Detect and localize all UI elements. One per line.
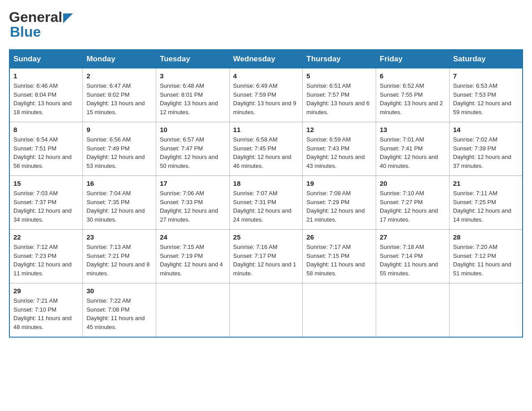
day-number: 30 — [86, 287, 152, 295]
svg-marker-0 — [63, 13, 73, 23]
day-info: Sunrise: 7:07 AMSunset: 7:31 PMDaylight:… — [233, 189, 299, 224]
calendar-week-row: 29Sunrise: 7:21 AMSunset: 7:10 PMDayligh… — [9, 283, 523, 338]
calendar-header-monday: Monday — [83, 50, 156, 68]
day-info: Sunrise: 6:52 AMSunset: 7:55 PMDaylight:… — [380, 81, 446, 116]
calendar-cell: 28Sunrise: 7:20 AMSunset: 7:12 PMDayligh… — [449, 230, 523, 283]
logo-arrow-icon — [63, 13, 73, 23]
calendar-cell: 19Sunrise: 7:08 AMSunset: 7:29 PMDayligh… — [303, 176, 376, 230]
day-info: Sunrise: 6:46 AMSunset: 8:04 PMDaylight:… — [13, 81, 79, 116]
day-info: Sunrise: 7:22 AMSunset: 7:08 PMDaylight:… — [86, 296, 152, 331]
day-info: Sunrise: 6:56 AMSunset: 7:49 PMDaylight:… — [86, 135, 152, 170]
calendar-cell: 23Sunrise: 7:13 AMSunset: 7:21 PMDayligh… — [83, 230, 156, 283]
day-info: Sunrise: 7:11 AMSunset: 7:25 PMDaylight:… — [453, 189, 519, 224]
day-number: 28 — [453, 233, 519, 241]
calendar-header-thursday: Thursday — [303, 50, 376, 68]
day-number: 20 — [380, 180, 446, 187]
day-info: Sunrise: 7:12 AMSunset: 7:23 PMDaylight:… — [13, 243, 79, 278]
calendar-cell: 6Sunrise: 6:52 AMSunset: 7:55 PMDaylight… — [376, 68, 450, 122]
calendar-cell: 8Sunrise: 6:54 AMSunset: 7:51 PMDaylight… — [9, 122, 83, 176]
day-number: 15 — [13, 180, 79, 187]
calendar-header-tuesday: Tuesday — [156, 50, 229, 68]
day-number: 17 — [160, 180, 226, 187]
day-info: Sunrise: 7:20 AMSunset: 7:12 PMDaylight:… — [453, 243, 519, 278]
day-info: Sunrise: 7:17 AMSunset: 7:15 PMDaylight:… — [306, 243, 372, 278]
calendar-cell: 2Sunrise: 6:47 AMSunset: 8:02 PMDaylight… — [83, 68, 156, 122]
day-number: 6 — [380, 72, 446, 80]
calendar-week-row: 1Sunrise: 6:46 AMSunset: 8:04 PMDaylight… — [9, 68, 523, 122]
day-info: Sunrise: 7:10 AMSunset: 7:27 PMDaylight:… — [380, 189, 446, 224]
calendar-cell: 17Sunrise: 7:06 AMSunset: 7:33 PMDayligh… — [156, 176, 229, 230]
day-info: Sunrise: 6:59 AMSunset: 7:43 PMDaylight:… — [306, 135, 372, 170]
calendar-cell: 4Sunrise: 6:49 AMSunset: 7:59 PMDaylight… — [229, 68, 303, 122]
day-number: 27 — [380, 233, 446, 241]
calendar-cell — [303, 283, 376, 338]
day-number: 10 — [160, 126, 226, 133]
calendar-cell: 26Sunrise: 7:17 AMSunset: 7:15 PMDayligh… — [303, 230, 376, 283]
day-number: 3 — [160, 72, 226, 80]
day-number: 13 — [380, 126, 446, 133]
day-info: Sunrise: 7:02 AMSunset: 7:39 PMDaylight:… — [453, 135, 519, 170]
calendar-header-sunday: Sunday — [9, 50, 83, 68]
calendar-cell: 5Sunrise: 6:51 AMSunset: 7:57 PMDaylight… — [303, 68, 376, 122]
calendar-header-saturday: Saturday — [449, 50, 523, 68]
calendar-cell: 7Sunrise: 6:53 AMSunset: 7:53 PMDaylight… — [449, 68, 523, 122]
day-info: Sunrise: 7:16 AMSunset: 7:17 PMDaylight:… — [233, 243, 299, 278]
day-number: 2 — [86, 72, 152, 80]
calendar-cell: 16Sunrise: 7:04 AMSunset: 7:35 PMDayligh… — [83, 176, 156, 230]
day-info: Sunrise: 6:47 AMSunset: 8:02 PMDaylight:… — [86, 81, 152, 116]
day-info: Sunrise: 7:08 AMSunset: 7:29 PMDaylight:… — [306, 189, 372, 224]
calendar-week-row: 8Sunrise: 6:54 AMSunset: 7:51 PMDaylight… — [9, 122, 523, 176]
day-info: Sunrise: 7:18 AMSunset: 7:14 PMDaylight:… — [380, 243, 446, 278]
day-info: Sunrise: 6:51 AMSunset: 7:57 PMDaylight:… — [306, 81, 372, 116]
calendar-cell: 29Sunrise: 7:21 AMSunset: 7:10 PMDayligh… — [9, 283, 83, 338]
calendar-header-friday: Friday — [376, 50, 450, 68]
day-number: 5 — [306, 72, 372, 80]
calendar-cell: 12Sunrise: 6:59 AMSunset: 7:43 PMDayligh… — [303, 122, 376, 176]
calendar-header-row: SundayMondayTuesdayWednesdayThursdayFrid… — [9, 50, 523, 68]
calendar-header-wednesday: Wednesday — [229, 50, 303, 68]
calendar-cell: 20Sunrise: 7:10 AMSunset: 7:27 PMDayligh… — [376, 176, 450, 230]
calendar-cell: 10Sunrise: 6:57 AMSunset: 7:47 PMDayligh… — [156, 122, 229, 176]
day-number: 14 — [453, 126, 519, 133]
day-info: Sunrise: 6:49 AMSunset: 7:59 PMDaylight:… — [233, 81, 299, 116]
day-info: Sunrise: 6:57 AMSunset: 7:47 PMDaylight:… — [160, 135, 226, 170]
day-info: Sunrise: 6:58 AMSunset: 7:45 PMDaylight:… — [233, 135, 299, 170]
calendar-week-row: 22Sunrise: 7:12 AMSunset: 7:23 PMDayligh… — [9, 230, 523, 283]
calendar-cell: 9Sunrise: 6:56 AMSunset: 7:49 PMDaylight… — [83, 122, 156, 176]
day-number: 4 — [233, 72, 299, 80]
day-number: 8 — [13, 126, 79, 133]
day-number: 26 — [306, 233, 372, 241]
day-number: 23 — [86, 233, 152, 241]
day-number: 9 — [86, 126, 152, 133]
day-number: 21 — [453, 180, 519, 187]
day-info: Sunrise: 7:13 AMSunset: 7:21 PMDaylight:… — [86, 243, 152, 278]
day-number: 19 — [306, 180, 372, 187]
day-info: Sunrise: 6:53 AMSunset: 7:53 PMDaylight:… — [453, 81, 519, 116]
calendar-cell: 25Sunrise: 7:16 AMSunset: 7:17 PMDayligh… — [229, 230, 303, 283]
day-number: 18 — [233, 180, 299, 187]
page-header: General Blue — [9, 9, 523, 40]
day-number: 11 — [233, 126, 299, 133]
day-number: 1 — [13, 72, 79, 80]
calendar-cell — [449, 283, 523, 338]
day-info: Sunrise: 7:01 AMSunset: 7:41 PMDaylight:… — [380, 135, 446, 170]
calendar-table: SundayMondayTuesdayWednesdayThursdayFrid… — [9, 49, 523, 338]
day-number: 16 — [86, 180, 152, 187]
calendar-week-row: 15Sunrise: 7:03 AMSunset: 7:37 PMDayligh… — [9, 176, 523, 230]
calendar-cell: 14Sunrise: 7:02 AMSunset: 7:39 PMDayligh… — [449, 122, 523, 176]
calendar-cell: 24Sunrise: 7:15 AMSunset: 7:19 PMDayligh… — [156, 230, 229, 283]
calendar-cell: 22Sunrise: 7:12 AMSunset: 7:23 PMDayligh… — [9, 230, 83, 283]
day-number: 29 — [13, 287, 79, 295]
day-info: Sunrise: 7:03 AMSunset: 7:37 PMDaylight:… — [13, 189, 79, 224]
logo: General Blue — [9, 9, 73, 40]
day-info: Sunrise: 7:15 AMSunset: 7:19 PMDaylight:… — [160, 243, 226, 278]
logo-blue-text: Blue — [10, 24, 41, 40]
day-number: 25 — [233, 233, 299, 241]
day-info: Sunrise: 6:54 AMSunset: 7:51 PMDaylight:… — [13, 135, 79, 170]
day-info: Sunrise: 7:04 AMSunset: 7:35 PMDaylight:… — [86, 189, 152, 224]
calendar-cell — [376, 283, 450, 338]
calendar-cell — [229, 283, 303, 338]
day-info: Sunrise: 7:21 AMSunset: 7:10 PMDaylight:… — [13, 296, 79, 331]
calendar-cell: 30Sunrise: 7:22 AMSunset: 7:08 PMDayligh… — [83, 283, 156, 338]
calendar-cell: 1Sunrise: 6:46 AMSunset: 8:04 PMDaylight… — [9, 68, 83, 122]
